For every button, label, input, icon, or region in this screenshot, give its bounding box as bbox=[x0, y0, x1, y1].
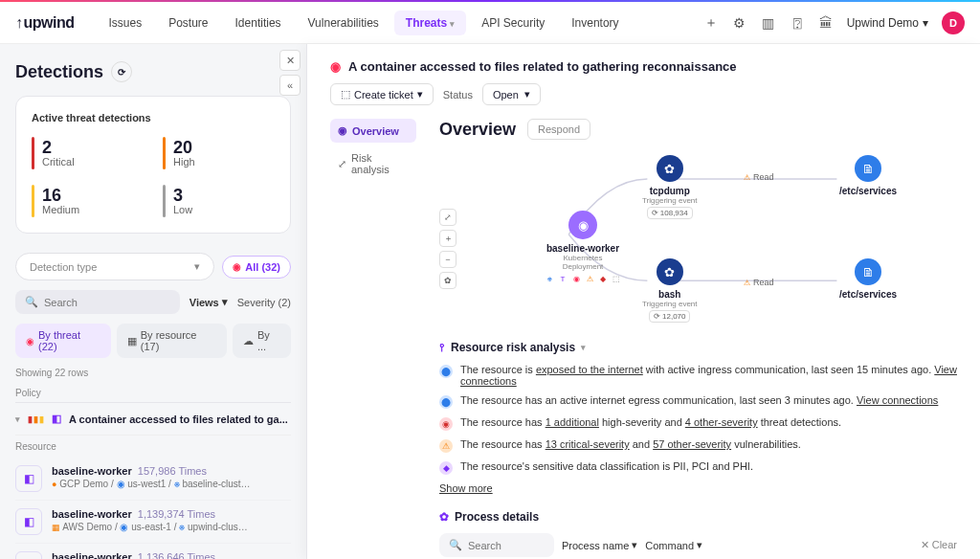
tab-by-threat[interactable]: ◉By threat (22) bbox=[15, 324, 111, 358]
risk-section-heading: ⫯Resource risk analysis▾ bbox=[439, 341, 957, 354]
create-ticket-button[interactable]: ⬚Create ticket▾ bbox=[330, 83, 434, 105]
tab-risk-analysis[interactable]: ⤢Risk analysis bbox=[330, 146, 416, 181]
graph-node-file[interactable]: 🗎 /etc/services bbox=[839, 155, 897, 196]
process-search-input[interactable]: 🔍Search bbox=[439, 533, 554, 557]
container-icon: ◧ bbox=[52, 413, 61, 425]
graph-node-bash[interactable]: ✿ bash Triggering event ⟳ 12,070 bbox=[642, 258, 698, 323]
stat-low[interactable]: 3Low bbox=[163, 185, 275, 217]
resource-row[interactable]: ◧ baseline-worker1,139,374 Times ▦ AWS D… bbox=[15, 501, 291, 544]
globe-icon: ⬤ bbox=[439, 395, 453, 409]
graph-node-tcpdump[interactable]: ✿ tcpdump Triggering event ⟳ 108,934 bbox=[642, 155, 698, 219]
header-actions: ＋ ⚙ ▥ ⍰ 🏛 Upwind Demo▾ D bbox=[703, 11, 965, 34]
detail-title: ◉A container accessed to files related t… bbox=[330, 59, 957, 74]
help-icon[interactable]: ⍰ bbox=[790, 15, 805, 31]
resource-icon: ◧ bbox=[15, 508, 42, 535]
close-icon[interactable]: ✕ bbox=[279, 50, 301, 71]
nav-identities[interactable]: Identities bbox=[224, 11, 293, 35]
search-input[interactable]: 🔍Search bbox=[15, 290, 180, 314]
expand-icon[interactable]: ⤢ bbox=[439, 209, 457, 226]
layout-icon[interactable]: ▥ bbox=[761, 15, 776, 31]
settings-icon[interactable]: ✿ bbox=[439, 272, 457, 289]
tab-overview[interactable]: ◉Overview bbox=[330, 119, 416, 143]
refresh-icon[interactable]: ⟳ bbox=[111, 61, 132, 82]
chevron-down-icon: ▾ bbox=[581, 343, 586, 352]
gcp-icon: ● bbox=[52, 480, 56, 489]
zoom-out-icon[interactable]: − bbox=[439, 251, 457, 268]
plus-icon[interactable]: ＋ bbox=[703, 15, 719, 31]
detail-nav: ◉Overview ⤢Risk analysis bbox=[330, 119, 416, 559]
stat-critical[interactable]: 2Critical bbox=[32, 137, 144, 169]
user-avatar[interactable]: D bbox=[942, 11, 965, 34]
attack-graph[interactable]: ⤢ ＋ − ✿ ◉ baseline-worker Kubernetes Dep… bbox=[439, 151, 957, 324]
org-icon[interactable]: 🏛 bbox=[818, 15, 834, 31]
gear-icon: ✿ bbox=[657, 155, 683, 182]
all-filter-pill[interactable]: ◉All (32) bbox=[222, 256, 291, 279]
brand-logo: upwind bbox=[15, 14, 74, 32]
nav-api-security[interactable]: API Security bbox=[470, 11, 556, 35]
org-switcher[interactable]: Upwind Demo▾ bbox=[847, 16, 928, 30]
resource-row[interactable]: ◧ baseline-worker157,986 Times ● GCP Dem… bbox=[15, 458, 291, 501]
stat-medium[interactable]: 16Medium bbox=[32, 185, 144, 217]
detections-panel: ✕ « Detections ⟳ Active threat detection… bbox=[0, 44, 306, 559]
show-more-link[interactable]: Show more bbox=[439, 482, 493, 494]
chart-icon: ⫯ bbox=[439, 341, 445, 354]
process-section-heading: ✿Process details bbox=[439, 510, 957, 524]
zoom-in-icon[interactable]: ＋ bbox=[439, 230, 457, 247]
edge-label: ⚠Read bbox=[744, 278, 774, 287]
shield-icon: ◉ bbox=[330, 59, 341, 74]
nav-posture[interactable]: Posture bbox=[157, 11, 219, 35]
nav-threats[interactable]: Threats▾ bbox=[394, 11, 466, 35]
resource-icon: ◧ bbox=[15, 551, 42, 559]
chart-icon: ⤢ bbox=[338, 158, 346, 170]
chevron-down-icon: ▾ bbox=[15, 414, 20, 424]
resource-row[interactable]: ◧ baseline-worker1,136,646 Times ⬚ onpre… bbox=[15, 544, 291, 559]
cloud-icon: ☁ bbox=[243, 335, 254, 347]
risk-item: ⚠The resource has 13 critical-severity a… bbox=[439, 438, 957, 453]
gear-icon[interactable]: ⚙ bbox=[732, 15, 747, 31]
eye-icon: ◉ bbox=[338, 124, 347, 137]
graph-node-root[interactable]: ◉ baseline-worker Kubernetes Deployment … bbox=[545, 211, 621, 283]
file-icon: 🗎 bbox=[855, 258, 881, 285]
shield-icon: ◉ bbox=[233, 261, 241, 272]
views-button[interactable]: Views ▾ bbox=[189, 296, 228, 308]
warning-icon: ⚠ bbox=[744, 279, 750, 287]
collapse-icon[interactable]: « bbox=[279, 75, 301, 96]
deployment-icon: ◉ bbox=[568, 211, 597, 239]
globe-icon: ⬤ bbox=[439, 365, 453, 378]
stats-card: Active threat detections 2Critical 20Hig… bbox=[15, 96, 291, 234]
clear-filters-button[interactable]: ✕ Clear bbox=[921, 539, 957, 551]
process-name-filter[interactable]: Process name ▾ bbox=[562, 539, 637, 551]
page-title: Detections ⟳ bbox=[15, 61, 291, 82]
tab-by-other[interactable]: ☁By ... bbox=[233, 324, 291, 358]
nav-vulnerabilities[interactable]: Vulnerabilities bbox=[297, 11, 390, 35]
gear-icon: ✿ bbox=[657, 258, 683, 285]
severity-filter[interactable]: Severity (2) bbox=[237, 297, 291, 308]
data-icon: ◆ bbox=[439, 461, 453, 475]
edge-label: ⚠Read bbox=[744, 172, 774, 182]
graph-node-file[interactable]: 🗎 /etc/services bbox=[839, 258, 897, 300]
warning-icon: ⚠ bbox=[439, 439, 453, 453]
status-select[interactable]: Open▾ bbox=[482, 83, 541, 105]
view-connections-link[interactable]: View connections bbox=[857, 394, 938, 406]
stats-title: Active threat detections bbox=[32, 112, 275, 123]
nav-issues[interactable]: Issues bbox=[97, 11, 153, 35]
risk-item: ⬤The resource has an active internet egr… bbox=[439, 394, 957, 409]
main-nav: Issues Posture Identities Vulnerabilitie… bbox=[97, 11, 702, 35]
chevron-down-icon: ▾ bbox=[194, 260, 200, 273]
detail-panel: ◉A container accessed to files related t… bbox=[306, 44, 980, 559]
command-filter[interactable]: Command ▾ bbox=[645, 539, 702, 551]
file-icon: 🗎 bbox=[855, 155, 881, 182]
respond-button[interactable]: Respond bbox=[527, 119, 590, 140]
status-label: Status bbox=[443, 89, 473, 101]
tab-by-resource[interactable]: ▦By resource (17) bbox=[117, 324, 227, 358]
grid-icon: ▦ bbox=[127, 335, 137, 347]
shield-icon: ◉ bbox=[439, 417, 453, 431]
detection-type-select[interactable]: Detection type▾ bbox=[15, 253, 214, 280]
detection-row[interactable]: ▾ ▮▮▮ ◧ A container accessed to files re… bbox=[15, 403, 291, 436]
stat-high[interactable]: 20High bbox=[163, 137, 275, 169]
aws-icon: ▦ bbox=[52, 523, 60, 532]
row-count: Showing 22 rows bbox=[15, 368, 291, 378]
risk-bars-icon: ▮▮▮ bbox=[28, 414, 44, 424]
nav-inventory[interactable]: Inventory bbox=[560, 11, 630, 35]
risk-item: ◉The resource has 1 additional high-seve… bbox=[439, 416, 957, 431]
